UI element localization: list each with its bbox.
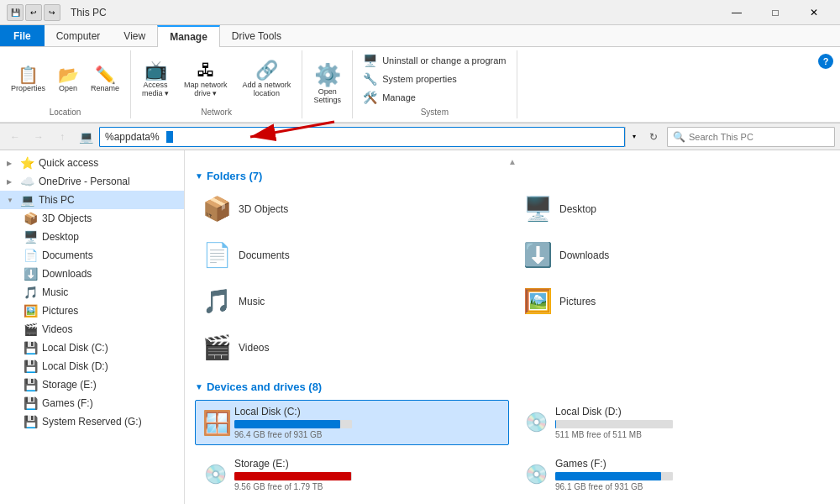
ribbon-group-location: 📋 Properties 📂 Open ✏️ Rename Location <box>0 50 131 118</box>
location-label: Location <box>50 108 81 117</box>
folder-item-downloads[interactable]: ⬇️ Downloads <box>516 235 830 275</box>
drive-e-bar-container <box>234 472 352 480</box>
drive-c-bar <box>234 420 340 428</box>
drives-section-header: ▼ Devices and drives (8) <box>195 381 830 393</box>
scroll-up-indicator: ▲ <box>195 157 830 166</box>
sidebar-item-local-d[interactable]: 💾 Local Disk (D:) <box>0 357 184 375</box>
open-icon: 📂 <box>58 65 79 85</box>
minimize-button[interactable]: — <box>717 0 756 25</box>
address-dropdown-button[interactable]: ▾ <box>625 127 642 147</box>
folders-chevron[interactable]: ▼ <box>195 171 203 181</box>
drive-item-f[interactable]: 💿 Games (F:) 96.1 GB free of 931 GB <box>516 452 830 497</box>
search-icon: 🔍 <box>673 131 685 143</box>
drive-f-bar-container <box>555 472 673 480</box>
save-icon: 💾 <box>7 4 24 21</box>
properties-icon: 📋 <box>18 65 39 85</box>
search-box[interactable]: 🔍 <box>667 127 835 147</box>
drive-item-d[interactable]: 💿 Local Disk (D:) 511 MB free of 511 MB <box>516 400 830 445</box>
refresh-button[interactable]: ↻ <box>643 127 664 147</box>
title-bar-left: 💾 ↩ ↪ This PC <box>7 4 107 21</box>
uninstall-button[interactable]: 🖥️ Uninstall or change a program <box>360 52 509 69</box>
sidebar-item-documents[interactable]: 📄 Documents <box>0 246 184 265</box>
sidebar-item-games-f[interactable]: 💾 Games (F:) <box>0 394 184 412</box>
sidebar-item-desktop[interactable]: 🖥️ Desktop <box>0 228 184 246</box>
manage-button[interactable]: 🛠️ Manage <box>360 89 509 106</box>
drive-f-info: Games (F:) 96.1 GB free of 931 GB <box>555 458 822 491</box>
back-button[interactable]: ← <box>5 127 25 147</box>
sidebar-item-this-pc[interactable]: ▼ 💻 This PC <box>0 191 184 209</box>
sidebar-item-pictures[interactable]: 🖼️ Pictures <box>0 302 184 320</box>
open-settings-button[interactable]: ⚙️ OpenSettings <box>309 60 345 108</box>
drive-f-icon: 💿 <box>523 464 549 486</box>
folder-item-videos[interactable]: 🎬 Videos <box>195 328 509 367</box>
sidebar-item-system-g[interactable]: 💾 System Reserved (G:) <box>0 412 184 431</box>
tab-drive-tools[interactable]: Drive Tools <box>220 25 293 46</box>
system-properties-icon: 🔧 <box>363 72 377 86</box>
address-text: %appdata% <box>105 131 160 143</box>
folder-downloads-icon: ⬇️ <box>523 241 553 269</box>
ribbon-tabs: File Computer View Manage Drive Tools <box>0 25 840 47</box>
drive-d-icon: 💿 <box>523 412 549 433</box>
help-button[interactable]: ? <box>818 54 833 69</box>
ribbon: File Computer View Manage Drive Tools 📋 … <box>0 25 840 123</box>
system-properties-button[interactable]: 🔧 System properties <box>360 71 509 87</box>
access-media-icon: 📺 <box>144 60 167 81</box>
sidebar-item-videos[interactable]: 🎬 Videos <box>0 320 184 339</box>
main-area: ▶ ⭐ Quick access ▶ ☁️ OneDrive - Persona… <box>0 150 840 504</box>
drive-item-e[interactable]: 💿 Storage (E:) 9.56 GB free of 1.79 TB <box>195 452 509 497</box>
folder-item-documents[interactable]: 📄 Documents <box>195 235 509 275</box>
ribbon-content: 📋 Properties 📂 Open ✏️ Rename Location 📺 <box>0 47 840 123</box>
sidebar-item-quick-access[interactable]: ▶ ⭐ Quick access <box>0 154 184 172</box>
address-wrapper: %appdata% ▾ ↻ <box>99 127 664 147</box>
folder-item-3dobjects[interactable]: 📦 3D Objects <box>195 189 509 228</box>
add-network-button[interactable]: 🔗 Add a networklocation <box>239 57 296 101</box>
folder-documents-icon: 📄 <box>202 241 232 269</box>
tab-computer[interactable]: Computer <box>45 25 113 46</box>
map-network-icon: 🖧 <box>197 60 215 81</box>
uninstall-icon: 🖥️ <box>363 54 377 67</box>
folder-videos-icon: 🎬 <box>202 333 232 361</box>
folder-item-pictures[interactable]: 🖼️ Pictures <box>516 281 830 321</box>
drives-grid: 🪟 Local Disk (C:) 96.4 GB free of 931 GB… <box>195 400 830 497</box>
drive-c-icon: 🪟 <box>202 409 228 437</box>
open-button[interactable]: 📂 Open <box>53 62 83 96</box>
drive-e-bar <box>234 472 351 480</box>
properties-button[interactable]: 📋 Properties <box>7 62 50 96</box>
sidebar-item-3dobjects[interactable]: 📦 3D Objects <box>0 209 184 228</box>
forward-button[interactable]: → <box>29 127 49 147</box>
sidebar-item-onedrive[interactable]: ▶ ☁️ OneDrive - Personal <box>0 172 184 191</box>
ribbon-system-area: ⚙️ OpenSettings 🖥️ Uninstall or change a… <box>302 50 517 118</box>
sidebar-item-downloads[interactable]: ⬇️ Downloads <box>0 265 184 283</box>
ribbon-group-open-settings: ⚙️ OpenSettings <box>302 50 353 118</box>
window-controls: — □ ✕ <box>717 0 833 25</box>
map-network-button[interactable]: 🖧 Map networkdrive ▾ <box>180 57 232 101</box>
rename-button[interactable]: ✏️ Rename <box>87 62 123 96</box>
ribbon-network-items: 📺 Accessmedia ▾ 🖧 Map networkdrive ▾ 🔗 A… <box>138 52 295 106</box>
folder-icon-button[interactable]: 💻 <box>76 127 96 147</box>
folders-grid: 📦 3D Objects 🖥️ Desktop 📄 Documents ⬇️ D… <box>195 189 830 367</box>
sidebar-item-storage-e[interactable]: 💾 Storage (E:) <box>0 375 184 394</box>
sidebar-item-local-c[interactable]: 💾 Local Disk (C:) <box>0 339 184 357</box>
tab-manage[interactable]: Manage <box>157 25 220 47</box>
tab-file[interactable]: File <box>0 25 45 46</box>
drive-item-c[interactable]: 🪟 Local Disk (C:) 96.4 GB free of 931 GB <box>195 400 509 445</box>
add-network-icon: 🔗 <box>255 60 278 81</box>
folder-item-desktop[interactable]: 🖥️ Desktop <box>516 189 830 228</box>
folder-music-icon: 🎵 <box>202 287 232 315</box>
access-media-button[interactable]: 📺 Accessmedia ▾ <box>138 57 173 101</box>
close-button[interactable]: ✕ <box>795 0 833 25</box>
up-button[interactable]: ↑ <box>52 127 72 147</box>
drives-title[interactable]: Devices and drives (8) <box>207 381 322 393</box>
folders-title[interactable]: Folders (7) <box>207 170 262 182</box>
tab-view[interactable]: View <box>112 25 157 46</box>
sidebar-item-music[interactable]: 🎵 Music <box>0 283 184 302</box>
maximize-button[interactable]: □ <box>756 0 795 25</box>
search-input[interactable] <box>689 132 829 142</box>
address-input[interactable]: %appdata% <box>99 127 625 147</box>
cursor <box>166 131 173 143</box>
folder-item-music[interactable]: 🎵 Music <box>195 281 509 321</box>
ribbon-group-location-items: 📋 Properties 📂 Open ✏️ Rename <box>7 52 123 106</box>
help-icon-area: ? <box>811 50 840 118</box>
title-bar: 💾 ↩ ↪ This PC — □ ✕ <box>0 0 840 25</box>
drives-chevron[interactable]: ▼ <box>195 382 203 391</box>
